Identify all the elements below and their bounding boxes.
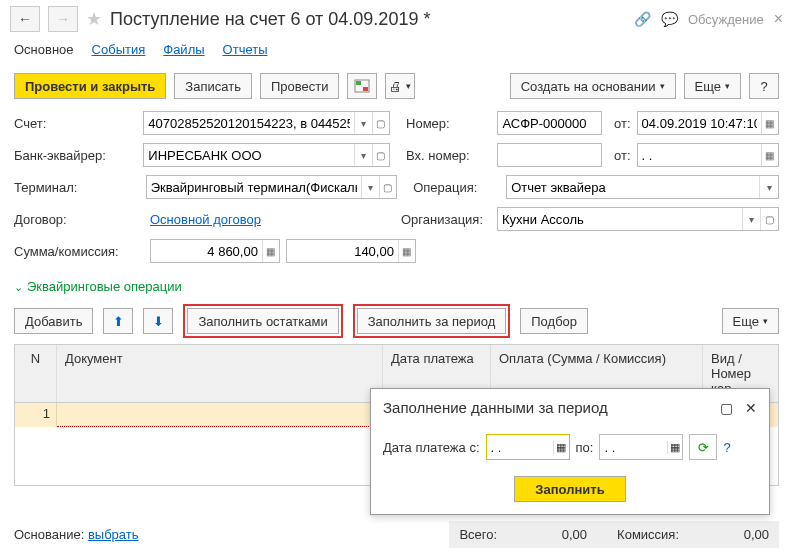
sum-label: Сумма/комиссия: [14, 244, 144, 259]
account-label: Счет: [14, 116, 137, 131]
org-field[interactable]: ▾▢ [497, 207, 779, 231]
contract-link[interactable]: Основной договор [150, 212, 261, 227]
number-label: Номер: [406, 116, 491, 131]
open-icon[interactable]: ▢ [760, 208, 778, 230]
commission-label: Комиссия: [617, 527, 679, 542]
sum-field[interactable]: ▦ [150, 239, 280, 263]
nav-back-button[interactable]: ← [10, 6, 40, 32]
dt-kt-button[interactable] [347, 73, 377, 99]
operation-label: Операция: [413, 180, 500, 195]
popup-close-icon[interactable]: ✕ [745, 400, 757, 416]
from-label-2: от: [608, 148, 631, 163]
dropdown-icon[interactable]: ▾ [361, 176, 379, 198]
favorite-star-icon[interactable]: ★ [86, 8, 102, 30]
calendar-icon[interactable]: ▦ [553, 441, 568, 454]
popup-help-button[interactable]: ? [723, 440, 730, 455]
popup-title: Заполнение данными за период [383, 399, 608, 416]
post-button[interactable]: Провести [260, 73, 340, 99]
discuss-label[interactable]: Обсуждение [688, 12, 764, 27]
link-icon[interactable]: 🔗 [634, 11, 651, 27]
operation-field[interactable]: ▾ [506, 175, 779, 199]
collapse-icon[interactable]: ⌄ [14, 281, 23, 293]
number-field[interactable] [497, 111, 601, 135]
maximize-icon[interactable]: ▢ [720, 400, 733, 416]
date-to-label: по: [576, 440, 594, 455]
print-button[interactable]: 🖨▾ [385, 73, 415, 99]
open-icon[interactable]: ▢ [379, 176, 397, 198]
commission-field[interactable]: ▦ [286, 239, 416, 263]
total-label: Всего: [459, 527, 497, 542]
discuss-icon[interactable]: 💬 [661, 11, 678, 27]
dropdown-icon[interactable]: ▾ [354, 112, 371, 134]
tab-reports[interactable]: Отчеты [223, 42, 268, 57]
tab-files[interactable]: Файлы [163, 42, 204, 57]
add-button[interactable]: Добавить [14, 308, 93, 334]
calendar-icon[interactable]: ▦ [667, 441, 682, 454]
close-icon[interactable]: × [774, 10, 783, 28]
popup-fill-button[interactable]: Заполнить [514, 476, 625, 502]
date-field[interactable]: ▦ [637, 111, 779, 135]
vnum-label: Вх. номер: [406, 148, 491, 163]
table-more-button[interactable]: Еще▾ [722, 308, 779, 334]
dropdown-icon[interactable]: ▾ [759, 176, 778, 198]
open-icon[interactable]: ▢ [372, 112, 389, 134]
basis-label: Основание: [14, 527, 84, 542]
bank-field[interactable]: ▾▢ [143, 143, 390, 167]
calc-icon[interactable]: ▦ [262, 240, 279, 262]
date-from-field[interactable]: ▦ [486, 434, 570, 460]
col-document[interactable]: Документ [57, 345, 383, 402]
fill-period-button[interactable]: Заполнить за период [357, 308, 507, 334]
date-from-label: Дата платежа с: [383, 440, 480, 455]
terminal-field[interactable]: ▾▢ [146, 175, 397, 199]
nav-fwd-button[interactable]: → [48, 6, 78, 32]
calc-icon[interactable]: ▦ [398, 240, 415, 262]
col-n[interactable]: N [15, 345, 57, 402]
page-title: Поступление на счет 6 от 04.09.2019 * [110, 9, 430, 30]
date-to-field[interactable]: ▦ [599, 434, 683, 460]
svg-rect-2 [363, 87, 368, 91]
row-doc[interactable] [57, 403, 383, 427]
account-field[interactable]: ▾▢ [143, 111, 390, 135]
move-down-button[interactable]: ⬇ [143, 308, 173, 334]
bank-label: Банк-эквайрер: [14, 148, 137, 163]
contract-label: Договор: [14, 212, 144, 227]
more-button[interactable]: Еще▾ [684, 73, 741, 99]
fill-remains-button[interactable]: Заполнить остатками [187, 308, 338, 334]
help-button[interactable]: ? [749, 73, 779, 99]
open-icon[interactable]: ▢ [372, 144, 389, 166]
svg-rect-1 [356, 81, 361, 85]
basis-link[interactable]: выбрать [88, 527, 139, 542]
create-based-button[interactable]: Создать на основании▾ [510, 73, 676, 99]
vdate-field[interactable]: ▦ [637, 143, 779, 167]
calendar-icon[interactable]: ▦ [761, 112, 778, 134]
save-button[interactable]: Записать [174, 73, 252, 99]
terminal-label: Терминал: [14, 180, 140, 195]
from-label: от: [608, 116, 631, 131]
tab-main[interactable]: Основное [14, 42, 74, 57]
move-up-button[interactable]: ⬆ [103, 308, 133, 334]
org-label: Организация: [401, 212, 491, 227]
refresh-button[interactable]: ⟳ [689, 434, 717, 460]
total-value: 0,00 [527, 527, 587, 542]
dropdown-icon[interactable]: ▾ [742, 208, 760, 230]
section-acquiring[interactable]: ⌄Эквайринговые операции [0, 275, 793, 298]
row-n: 1 [15, 403, 57, 427]
commission-value: 0,00 [709, 527, 769, 542]
dropdown-icon[interactable]: ▾ [354, 144, 371, 166]
vnum-field[interactable] [497, 143, 601, 167]
calendar-icon[interactable]: ▦ [761, 144, 778, 166]
tab-events[interactable]: События [92, 42, 146, 57]
fill-period-popup: Заполнение данными за период ▢ ✕ Дата пл… [370, 388, 770, 515]
post-and-close-button[interactable]: Провести и закрыть [14, 73, 166, 99]
pick-button[interactable]: Подбор [520, 308, 588, 334]
